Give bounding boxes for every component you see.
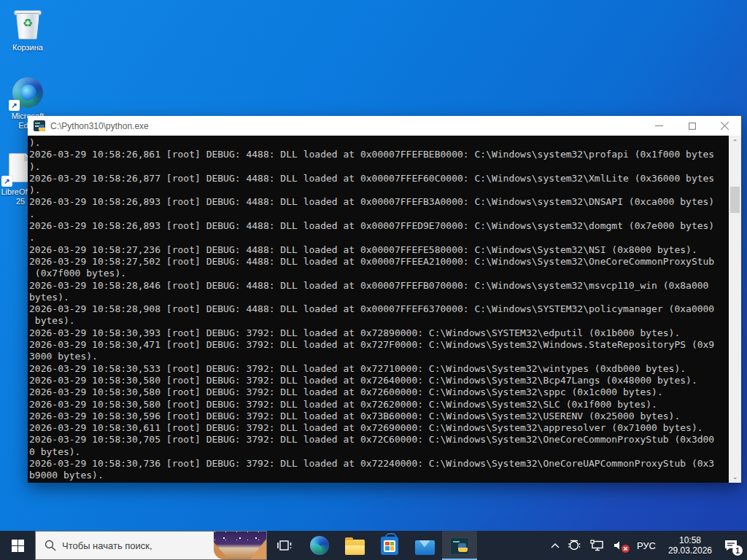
console-line: 2026-03-29 10:58:26,877 [root] DEBUG: 44… xyxy=(29,173,729,184)
console-line: (0x7f000 bytes). xyxy=(29,268,729,279)
recycle-bin-label: Корзина xyxy=(0,43,55,52)
python-console-icon xyxy=(34,120,45,131)
console-output: ).2026-03-29 10:58:26,861 [root] DEBUG: … xyxy=(28,136,729,483)
taskbar-store-button[interactable] xyxy=(372,531,407,560)
search-highlight-image[interactable] xyxy=(214,532,266,559)
scrollbar[interactable]: ⌃ ⌄ xyxy=(729,136,741,483)
console-line: ). xyxy=(29,161,729,173)
taskbar-file-explorer-button[interactable] xyxy=(337,531,372,560)
edge-icon xyxy=(310,536,329,555)
clock-time: 10:58 xyxy=(668,535,712,545)
edge-icon: ↗ xyxy=(10,76,45,109)
console-line: 2026-03-29 10:58:27,502 [root] DEBUG: 44… xyxy=(29,256,729,268)
console-line: 0 bytes). xyxy=(29,446,729,458)
network-button[interactable] xyxy=(586,531,608,560)
console-line: 2026-03-29 10:58:30,393 [root] DEBUG: 37… xyxy=(29,327,729,339)
console-line: . xyxy=(29,209,729,220)
shortcut-arrow-icon: ↗ xyxy=(1,176,12,187)
console-line: ). xyxy=(29,184,729,196)
meet-now-button[interactable] xyxy=(564,531,586,560)
console-line: 2026-03-29 10:58:28,846 [root] DEBUG: 44… xyxy=(29,280,729,292)
console-line: 2026-03-29 10:58:26,893 [root] DEBUG: 44… xyxy=(29,196,729,208)
meet-now-icon xyxy=(568,540,581,551)
console-window: C:\Python310\python.exe ).2026-03-29 10:… xyxy=(28,116,741,483)
file-explorer-icon xyxy=(345,540,365,555)
action-center-button[interactable]: 1 xyxy=(718,531,747,560)
console-line: 2026-03-29 10:58:26,861 [root] DEBUG: 44… xyxy=(29,149,729,160)
microsoft-store-icon xyxy=(381,537,398,555)
python-console-icon xyxy=(450,537,469,555)
console-line: bytes). xyxy=(29,315,729,327)
mute-badge-icon xyxy=(622,545,630,553)
start-button[interactable] xyxy=(0,531,35,560)
minimize-button[interactable] xyxy=(643,116,676,136)
language-indicator[interactable]: РУС xyxy=(630,531,662,560)
window-title: C:\Python310\python.exe xyxy=(50,121,149,131)
recycle-bin-icon: ♻ xyxy=(10,7,45,41)
console-line: 2026-03-29 10:58:30,596 [root] DEBUG: 37… xyxy=(29,411,729,422)
maximize-button[interactable] xyxy=(676,116,708,136)
task-view-button[interactable] xyxy=(267,531,302,560)
window-titlebar[interactable]: C:\Python310\python.exe xyxy=(28,116,741,136)
console-line: b9000 bytes). xyxy=(29,470,729,481)
console-line: . xyxy=(29,232,729,244)
console-line: 2026-03-29 10:58:26,893 [root] DEBUG: 44… xyxy=(29,220,729,232)
desktop-icon-recycle-bin[interactable]: ♻ Корзина xyxy=(0,7,55,52)
console-line: 2026-03-29 10:58:30,580 [root] DEBUG: 37… xyxy=(29,375,729,386)
console-line: 2026-03-29 10:58:30,736 [root] DEBUG: 37… xyxy=(29,458,729,470)
console-line: 2026-03-29 10:58:30,533 [root] DEBUG: 37… xyxy=(29,363,729,375)
chevron-up-icon xyxy=(551,542,560,548)
taskbar-python-console-button[interactable] xyxy=(442,531,477,560)
close-button[interactable] xyxy=(708,116,741,136)
windows-logo-icon xyxy=(12,540,24,552)
taskbar: Чтобы начать поиск, xyxy=(0,531,747,560)
console-line: 2026-03-29 10:58:30,611 [root] DEBUG: 37… xyxy=(29,422,729,434)
taskbar-search-input[interactable]: Чтобы начать поиск, xyxy=(35,531,267,560)
taskbar-edge-button[interactable] xyxy=(302,531,337,560)
console-line: 2026-03-29 10:58:28,908 [root] DEBUG: 44… xyxy=(29,303,729,315)
search-icon xyxy=(44,540,56,551)
task-view-icon xyxy=(277,539,292,552)
search-placeholder: Чтобы начать поиск, xyxy=(62,540,152,551)
hidden-icons-button[interactable] xyxy=(546,531,564,560)
console-line: 2026-03-29 10:58:30,471 [root] DEBUG: 37… xyxy=(29,339,729,351)
console-line: 3000 bytes). xyxy=(29,351,729,362)
taskbar-mail-button[interactable] xyxy=(407,531,442,560)
clock-date: 29.03.2026 xyxy=(668,545,712,556)
console-line: 2026-03-29 10:58:27,236 [root] DEBUG: 44… xyxy=(29,244,729,256)
scroll-up-arrow-icon[interactable]: ⌃ xyxy=(729,136,741,148)
desktop: ♻ Корзина ↗ Microsoft Edge ↗ LibreOffice… xyxy=(0,0,747,560)
volume-button[interactable] xyxy=(608,531,630,560)
console-line: 2026-03-29 10:58:30,705 [root] DEBUG: 37… xyxy=(29,434,729,446)
mail-icon xyxy=(415,540,435,555)
clock[interactable]: 10:58 29.03.2026 xyxy=(662,535,718,556)
console-line: 2026-03-29 10:58:30,580 [root] DEBUG: 37… xyxy=(29,386,729,398)
scrollbar-thumb[interactable] xyxy=(730,187,740,213)
scroll-down-arrow-icon[interactable]: ⌄ xyxy=(729,470,741,483)
console-line: 2026-03-29 10:58:30,580 [root] DEBUG: 37… xyxy=(29,399,729,411)
shortcut-arrow-icon: ↗ xyxy=(9,100,20,111)
network-icon xyxy=(590,540,604,551)
console-line: ). xyxy=(29,137,729,149)
console-line: bytes). xyxy=(29,292,729,303)
notification-badge: 1 xyxy=(732,545,743,556)
